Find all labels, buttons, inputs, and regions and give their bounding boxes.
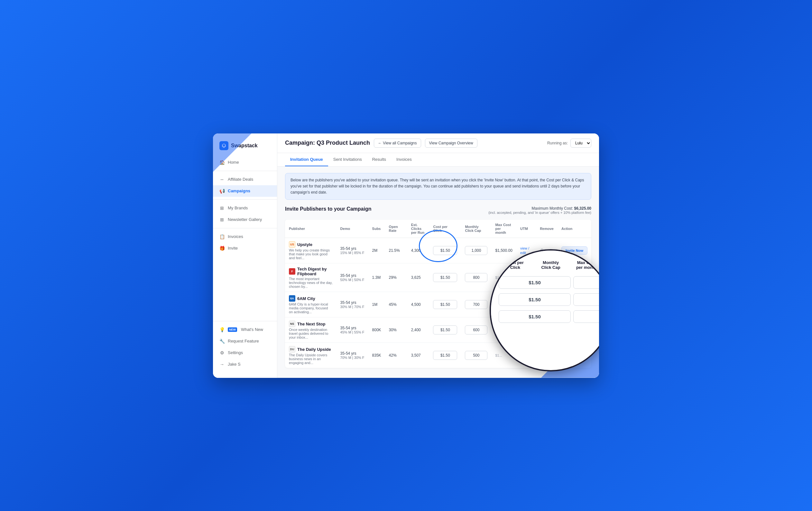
- settings-icon: ⚙: [220, 350, 225, 355]
- whats-new-icon: 💡: [220, 327, 225, 332]
- sidebar-item-campaigns[interactable]: 📢 Campaigns: [213, 185, 277, 197]
- info-banner: Below are the publishers you've added to…: [285, 173, 591, 200]
- running-as-select[interactable]: Lulu: [571, 139, 591, 148]
- col-utm: UTM: [516, 220, 536, 238]
- view-all-campaigns-label: ← View all Campaigns: [378, 141, 417, 145]
- sidebar-item-label: My Brands: [228, 206, 248, 210]
- mag-cap-input-3[interactable]: [573, 310, 599, 323]
- section-header: Invite Publishers to your Campaign Maxim…: [285, 206, 591, 214]
- open-rate-cell-0: 21.5%: [385, 238, 407, 263]
- monthly-cap-cell-2: [461, 292, 491, 318]
- est-clicks-cell-0: 4,300: [407, 238, 430, 263]
- table-header-row: Publisher Demo Subs Open Rate Est. Click…: [285, 220, 591, 238]
- cost-input-2[interactable]: [433, 300, 457, 309]
- col-action: Action: [557, 220, 591, 238]
- sidebar-item-home[interactable]: 🏠 Home: [213, 157, 277, 168]
- mag-col-cap: MonthlyClick Cap: [534, 260, 568, 270]
- pub-name-1: F Tech Digest by Flipboard: [289, 267, 332, 276]
- cost-per-click-cell-0: [429, 238, 461, 263]
- sidebar-item-invite[interactable]: 🎁 Invite: [213, 242, 277, 254]
- open-rate-cell-2: 45%: [385, 292, 407, 318]
- cost-per-click-cell-4: [429, 343, 461, 368]
- sidebar-item-affiliate-deals[interactable]: ↔ Affiliate Deals: [213, 174, 277, 185]
- cap-input-2[interactable]: [465, 300, 487, 309]
- home-icon: 🏠: [220, 160, 225, 165]
- subs-cell-1: 1.3M: [368, 263, 385, 292]
- sidebar-item-label: Campaigns: [228, 188, 250, 193]
- pub-name-4: DU The Daily Upside: [289, 346, 332, 353]
- logo-text: Swapstack: [231, 143, 258, 149]
- publisher-info-0: US Upstyle We help you create things tha…: [289, 241, 332, 260]
- demo-cell-2: 35-54 yrs 30% M | 70% F: [337, 292, 368, 318]
- tab-sent-invitations[interactable]: Sent Invitations: [328, 153, 367, 166]
- sidebar-item-request-feature[interactable]: 🔧 Request Feature: [213, 335, 277, 347]
- mag-cost-input-3[interactable]: [499, 310, 571, 323]
- sidebar-item-invoices[interactable]: 📋 Invoices: [213, 231, 277, 242]
- view-campaign-overview-button[interactable]: View Campaign Overview: [425, 139, 477, 148]
- demo-cell-4: 35-54 yrs 70% M | 30% F: [337, 343, 368, 368]
- pub-logo-1: F: [289, 268, 295, 275]
- pub-desc-4: The Daily Upside covers business news in…: [289, 353, 332, 365]
- pub-desc-0: We help you create things that make you …: [289, 248, 332, 260]
- gallery-icon: ⊞: [220, 217, 225, 222]
- view-all-campaigns-button[interactable]: ← View all Campaigns: [374, 139, 421, 148]
- subs-cell-4: 835K: [368, 343, 385, 368]
- mag-row-1: $1,500.00: [499, 276, 599, 289]
- monthly-cap-cell-0: [461, 238, 491, 263]
- invoices-icon: 📋: [220, 234, 225, 239]
- max-cost-line: Maximum Monthly Cost: $6,325.00: [488, 206, 591, 211]
- sidebar-divider-4: [213, 321, 277, 321]
- new-badge: NEW: [228, 327, 237, 332]
- cap-input-1[interactable]: [465, 273, 487, 282]
- cost-input-1[interactable]: [433, 273, 457, 282]
- open-rate-cell-1: 29%: [385, 263, 407, 292]
- publisher-info-2: 6A 6AM City 6AM City is a hyper-local me…: [289, 295, 332, 314]
- publisher-cell-3: NS The Next Stop Once weekly destination…: [285, 318, 337, 343]
- cost-note: (incl. accepted, pending, and 'in queue'…: [488, 211, 591, 214]
- sidebar-item-settings[interactable]: ⚙ Settings: [213, 347, 277, 359]
- cap-input-0[interactable]: [465, 246, 487, 255]
- mag-cost-input-1[interactable]: [499, 276, 571, 289]
- mag-row-3: [499, 310, 599, 323]
- sidebar-divider-1: [213, 171, 277, 171]
- cost-per-click-cell-3: [429, 318, 461, 343]
- tab-results[interactable]: Results: [367, 153, 391, 166]
- cost-input-3[interactable]: [433, 326, 457, 334]
- col-max-cost: Max Costper month: [491, 220, 516, 238]
- max-cost-cell-0: $1,500.00: [491, 238, 516, 263]
- tab-invitation-queue[interactable]: Invitation Queue: [285, 153, 328, 166]
- feature-icon: 🔧: [220, 339, 225, 344]
- sidebar-item-newsletter-gallery[interactable]: ⊞ Newsletter Gallery: [213, 214, 277, 226]
- mag-cost-input-2[interactable]: [499, 293, 571, 306]
- monthly-cap-cell-4: [461, 343, 491, 368]
- magnifier-header: Cost perClick MonthlyClick Cap Max Costp…: [499, 260, 599, 270]
- cost-input-4[interactable]: [433, 351, 457, 360]
- pub-name-3: NS The Next Stop: [289, 321, 332, 327]
- cost-input-0[interactable]: [433, 246, 457, 255]
- sidebar-item-label: What's New: [241, 327, 263, 332]
- max-cost-info: Maximum Monthly Cost: $6,325.00 (incl. a…: [488, 206, 591, 214]
- subs-cell-2: 1M: [368, 292, 385, 318]
- max-cost-value: $6,325.00: [574, 206, 591, 211]
- sidebar-item-label: Affiliate Deals: [228, 177, 253, 182]
- mag-cap-input-1[interactable]: [573, 276, 599, 289]
- col-monthly-cap: MonthlyClick Cap: [461, 220, 491, 238]
- sidebar-item-user[interactable]: → Jake S: [213, 359, 277, 370]
- cap-input-4[interactable]: [465, 351, 487, 360]
- pub-logo-3: NS: [289, 321, 295, 327]
- cap-input-3[interactable]: [465, 326, 487, 334]
- est-clicks-cell-3: 2,400: [407, 318, 430, 343]
- affiliate-icon: ↔: [220, 177, 225, 182]
- sidebar-item-label: Jake S: [228, 362, 241, 367]
- mag-cap-input-2[interactable]: [573, 293, 599, 306]
- publisher-info-3: NS The Next Stop Once weekly destination…: [289, 321, 332, 339]
- monthly-cap-cell-3: [461, 318, 491, 343]
- sidebar-bottom: 💡 NEW What's New 🔧 Request Feature ⚙ Set…: [213, 319, 277, 373]
- pub-logo-0: US: [289, 241, 295, 248]
- tab-invoices[interactable]: Invoices: [391, 153, 417, 166]
- sidebar-item-my-brands[interactable]: ⊞ My Brands: [213, 202, 277, 214]
- sidebar-item-whats-new[interactable]: 💡 NEW What's New: [213, 324, 277, 335]
- sidebar-item-label: Home: [228, 160, 239, 164]
- subs-cell-0: 2M: [368, 238, 385, 263]
- pub-logo-4: DU: [289, 346, 295, 353]
